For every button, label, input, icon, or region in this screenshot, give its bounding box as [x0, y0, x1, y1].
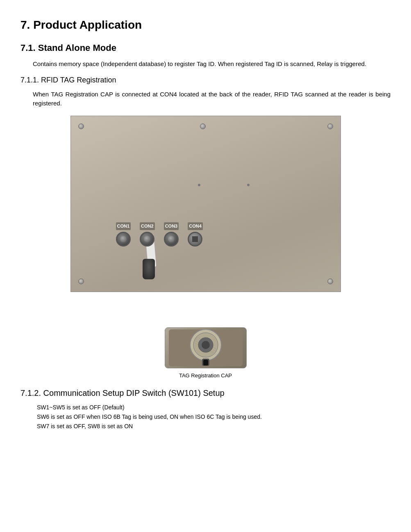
con3-group: CON3	[164, 222, 179, 247]
screw-tl	[78, 123, 84, 129]
con2-label: CON2	[140, 222, 155, 230]
con3-label: CON3	[164, 222, 179, 230]
arrow-stem	[249, 305, 255, 326]
section-711-title: 7.1.1. RFID TAG Registration	[20, 75, 391, 86]
section-71-paragraph: Contains memory space (Independent datab…	[33, 59, 391, 69]
con2-group: CON2	[140, 222, 155, 247]
dot2	[247, 184, 250, 186]
con4-label: CON4	[188, 222, 203, 230]
con1-group: CON1	[116, 222, 131, 247]
board-image: CON1 CON2 CON3 CON4	[70, 116, 341, 292]
con4-connector	[188, 232, 202, 247]
image-section: CON1 CON2 CON3 CON4	[20, 116, 391, 380]
bullet-item-1: SW1~SW5 is set as OFF (Default)	[37, 403, 391, 412]
screw-mid-t	[200, 123, 206, 129]
cap-image	[165, 327, 247, 368]
section-712-title: 7.1.2. Communication Setup DIP Switch (S…	[20, 387, 391, 399]
dot1	[198, 184, 200, 186]
bullet-item-3: SW7 is set as OFF, SW8 is set as ON	[37, 422, 391, 431]
svg-rect-11	[203, 360, 208, 365]
arrow-container	[70, 292, 341, 326]
screw-br	[327, 279, 333, 284]
cap-label: TAG Registration CAP	[179, 372, 232, 380]
section-711-paragraph: When TAG Registration CAP is connected a…	[33, 90, 391, 108]
bullet-item-2: SW6 is set as OFF when ISO 6B Tag is bei…	[37, 413, 391, 421]
con1-connector	[116, 232, 131, 247]
arrow-group	[243, 292, 261, 326]
con-area: CON1 CON2 CON3 CON4	[116, 222, 203, 247]
cable-end	[143, 259, 155, 279]
svg-point-8	[202, 341, 210, 349]
screw-bl	[78, 279, 84, 284]
con4-group: CON4	[188, 222, 203, 247]
main-title: 7. Product Application	[20, 16, 391, 34]
con1-label: CON1	[116, 222, 131, 230]
section-71-title: 7.1. Stand Alone Mode	[20, 41, 391, 55]
cap-svg	[169, 329, 243, 366]
con2-connector	[140, 232, 154, 247]
bullet-list: SW1~SW5 is set as OFF (Default) SW6 is s…	[20, 403, 391, 431]
con3-connector	[164, 232, 179, 247]
arrow-up-triangle	[243, 292, 261, 305]
screw-tr	[327, 123, 333, 129]
